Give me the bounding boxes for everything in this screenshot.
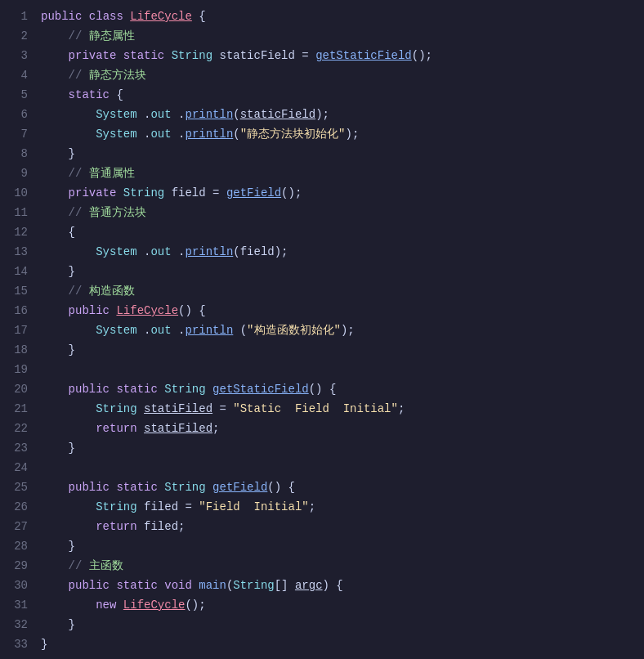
line-num-13: 13: [7, 242, 28, 262]
code-line-20: public static String getStaticField() {: [41, 379, 644, 399]
line-num-9: 9: [7, 164, 28, 183]
code-line-3: private static String staticField = getS…: [41, 46, 644, 65]
line-num-28: 28: [7, 536, 28, 556]
line-num-23: 23: [7, 438, 28, 458]
line-num-15: 15: [7, 281, 28, 301]
line-num-16: 16: [7, 301, 28, 321]
line-num-3: 3: [7, 46, 28, 65]
line-num-7: 7: [7, 124, 28, 144]
code-line-7: System .out .println("静态方法块初始化");: [41, 124, 644, 144]
line-num-30: 30: [7, 576, 28, 595]
code-line-13: System .out .println(field);: [41, 242, 644, 262]
line-num-20: 20: [7, 379, 28, 399]
line-num-17: 17: [7, 321, 28, 340]
code-line-16: public LifeCycle() {: [41, 301, 644, 321]
code-line-15: // 构造函数: [41, 281, 644, 301]
code-line-2: // 静态属性: [41, 26, 644, 46]
code-line-18: }: [41, 340, 644, 360]
code-line-10: private String field = getField();: [41, 183, 644, 203]
code-line-12: {: [41, 222, 644, 242]
code-line-11: // 普通方法块: [41, 203, 644, 222]
line-num-21: 21: [7, 399, 28, 419]
code-line-5: static {: [41, 85, 644, 105]
line-num-12: 12: [7, 222, 28, 242]
code-line-31: new LifeCycle();: [41, 595, 644, 615]
line-number-column: 1 2 3 4 5 6 7 8 9 10 11 12 13 14 15 16 1…: [0, 7, 41, 654]
code-line-6: System .out .println(staticField);: [41, 105, 644, 124]
code-line-33: }: [41, 634, 644, 654]
code-line-19: [41, 360, 644, 379]
code-line-4: // 静态方法块: [41, 65, 644, 85]
line-num-6: 6: [7, 105, 28, 124]
code-content: public class LifeCycle { // 静态属性 private…: [41, 7, 644, 654]
line-num-31: 31: [7, 595, 28, 615]
code-line-23: }: [41, 438, 644, 458]
line-num-1: 1: [7, 7, 28, 26]
line-num-8: 8: [7, 144, 28, 164]
line-num-18: 18: [7, 340, 28, 360]
line-num-27: 27: [7, 517, 28, 536]
line-num-14: 14: [7, 262, 28, 281]
line-num-19: 19: [7, 360, 28, 379]
code-line-8: }: [41, 144, 644, 164]
line-num-32: 32: [7, 615, 28, 634]
code-line-32: }: [41, 615, 644, 634]
code-line-9: // 普通属性: [41, 164, 644, 183]
code-line-14: }: [41, 262, 644, 281]
code-line-30: public static void main(String[] argc) {: [41, 576, 644, 595]
code-line-27: return filed;: [41, 517, 644, 536]
code-line-21: String statiFiled = "Static Field Initia…: [41, 399, 644, 419]
code-line-28: }: [41, 536, 644, 556]
line-num-11: 11: [7, 203, 28, 222]
code-line-26: String filed = "Field Initial";: [41, 497, 644, 517]
code-line-25: public static String getField() {: [41, 477, 644, 497]
code-line-22: return statiFiled;: [41, 419, 644, 438]
code-line-29: // 主函数: [41, 556, 644, 576]
code-line-17: System .out .println ("构造函数初始化");: [41, 321, 644, 340]
line-num-2: 2: [7, 26, 28, 46]
line-num-24: 24: [7, 458, 28, 477]
code-line-24: [41, 458, 644, 477]
line-num-22: 22: [7, 419, 28, 438]
line-num-10: 10: [7, 183, 28, 203]
line-num-33: 33: [7, 634, 28, 654]
code-line-1: public class LifeCycle {: [41, 7, 644, 26]
line-num-29: 29: [7, 556, 28, 576]
code-editor: 1 2 3 4 5 6 7 8 9 10 11 12 13 14 15 16 1…: [0, 0, 644, 659]
line-num-25: 25: [7, 477, 28, 497]
line-num-4: 4: [7, 65, 28, 85]
line-num-26: 26: [7, 497, 28, 517]
line-num-5: 5: [7, 85, 28, 105]
